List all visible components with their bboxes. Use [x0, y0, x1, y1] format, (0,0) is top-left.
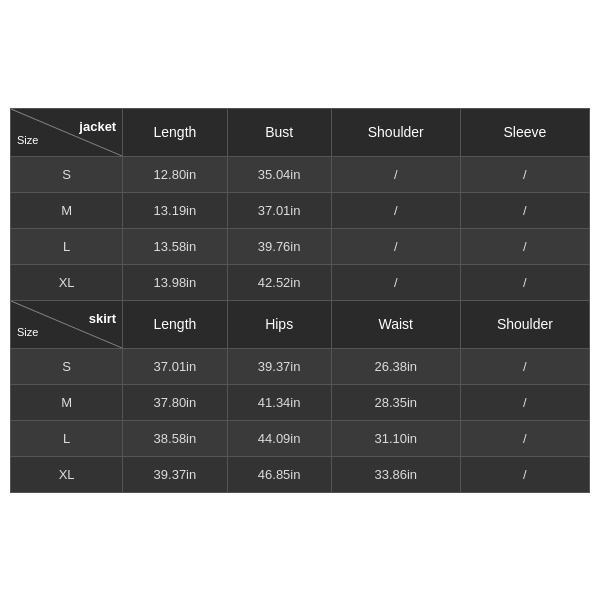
skirt-col1-L: 38.58in: [123, 420, 227, 456]
skirt-size-XL: XL: [11, 456, 123, 492]
jacket-col3-M: /: [331, 192, 460, 228]
skirt-table-row: S 37.01in 39.37in 26.38in /: [11, 348, 590, 384]
jacket-col1-M: 13.19in: [123, 192, 227, 228]
jacket-table-row: XL 13.98in 42.52in / /: [11, 264, 590, 300]
skirt-col1-S: 37.01in: [123, 348, 227, 384]
skirt-header-row: skirt Size Length Hips Waist Shoulder: [11, 300, 590, 348]
skirt-section-label: skirt Size: [11, 300, 123, 348]
skirt-size-L: L: [11, 420, 123, 456]
skirt-col2-S: 39.37in: [227, 348, 331, 384]
jacket-col1-header: Length: [123, 108, 227, 156]
skirt-table-row: L 38.58in 44.09in 31.10in /: [11, 420, 590, 456]
jacket-col3-header: Shoulder: [331, 108, 460, 156]
skirt-col4-header: Shoulder: [460, 300, 589, 348]
skirt-col3-M: 28.35in: [331, 384, 460, 420]
skirt-size-S: S: [11, 348, 123, 384]
jacket-size-M: M: [11, 192, 123, 228]
size-chart: jacket Size Length Bust Shoulder Sleeve …: [10, 108, 590, 493]
jacket-size-L: L: [11, 228, 123, 264]
skirt-col2-M: 41.34in: [227, 384, 331, 420]
skirt-table-row: M 37.80in 41.34in 28.35in /: [11, 384, 590, 420]
skirt-col2-L: 44.09in: [227, 420, 331, 456]
skirt-col3-S: 26.38in: [331, 348, 460, 384]
jacket-col1-XL: 13.98in: [123, 264, 227, 300]
jacket-col4-M: /: [460, 192, 589, 228]
skirt-col2-XL: 46.85in: [227, 456, 331, 492]
skirt-col3-L: 31.10in: [331, 420, 460, 456]
jacket-header-row: jacket Size Length Bust Shoulder Sleeve: [11, 108, 590, 156]
skirt-col4-S: /: [460, 348, 589, 384]
jacket-col1-L: 13.58in: [123, 228, 227, 264]
jacket-table-row: M 13.19in 37.01in / /: [11, 192, 590, 228]
skirt-col4-M: /: [460, 384, 589, 420]
jacket-col1-S: 12.80in: [123, 156, 227, 192]
skirt-col3-XL: 33.86in: [331, 456, 460, 492]
jacket-col4-XL: /: [460, 264, 589, 300]
skirt-col4-XL: /: [460, 456, 589, 492]
jacket-table-row: L 13.58in 39.76in / /: [11, 228, 590, 264]
jacket-section-label: jacket Size: [11, 108, 123, 156]
skirt-col3-header: Waist: [331, 300, 460, 348]
skirt-col2-header: Hips: [227, 300, 331, 348]
jacket-size-S: S: [11, 156, 123, 192]
skirt-table-row: XL 39.37in 46.85in 33.86in /: [11, 456, 590, 492]
skirt-col1-header: Length: [123, 300, 227, 348]
jacket-col2-L: 39.76in: [227, 228, 331, 264]
skirt-col1-XL: 39.37in: [123, 456, 227, 492]
jacket-table-row: S 12.80in 35.04in / /: [11, 156, 590, 192]
jacket-col2-header: Bust: [227, 108, 331, 156]
jacket-col2-S: 35.04in: [227, 156, 331, 192]
jacket-size-XL: XL: [11, 264, 123, 300]
jacket-col2-M: 37.01in: [227, 192, 331, 228]
jacket-col3-S: /: [331, 156, 460, 192]
jacket-col3-L: /: [331, 228, 460, 264]
skirt-size-M: M: [11, 384, 123, 420]
jacket-col4-S: /: [460, 156, 589, 192]
jacket-col3-XL: /: [331, 264, 460, 300]
skirt-col4-L: /: [460, 420, 589, 456]
skirt-col1-M: 37.80in: [123, 384, 227, 420]
jacket-col4-header: Sleeve: [460, 108, 589, 156]
jacket-col4-L: /: [460, 228, 589, 264]
jacket-col2-XL: 42.52in: [227, 264, 331, 300]
